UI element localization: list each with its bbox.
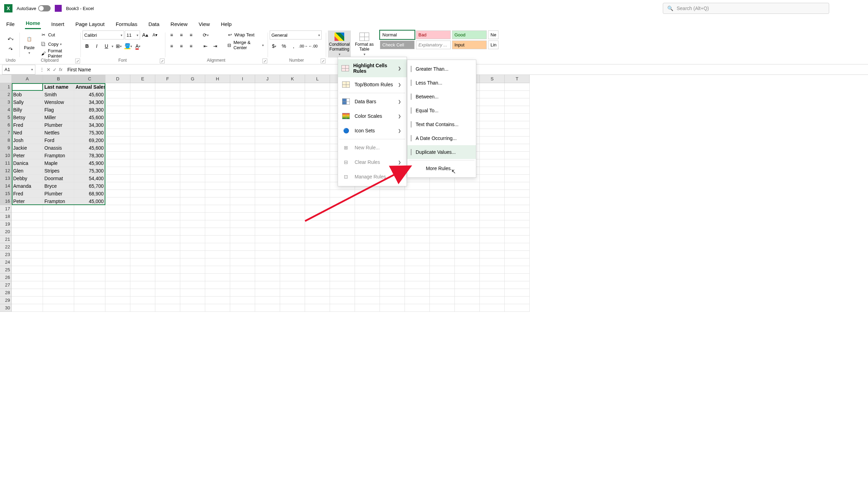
cell[interactable] <box>380 297 405 304</box>
cell[interactable] <box>155 251 180 258</box>
style-bad[interactable]: Bad <box>416 30 451 39</box>
col-header[interactable]: C <box>74 75 105 83</box>
cell[interactable] <box>230 114 255 121</box>
cell[interactable] <box>105 236 130 243</box>
cell[interactable] <box>280 228 305 236</box>
cell[interactable] <box>280 83 305 91</box>
row-header[interactable]: 2 <box>0 91 12 98</box>
cell[interactable]: 45,900 <box>74 159 105 167</box>
cell[interactable] <box>405 281 430 289</box>
cell[interactable] <box>280 121 305 129</box>
cell[interactable] <box>255 266 280 274</box>
cell[interactable] <box>480 137 505 144</box>
cell[interactable] <box>43 274 74 281</box>
cell[interactable] <box>455 205 480 213</box>
cell[interactable] <box>255 83 280 91</box>
row-header[interactable]: 10 <box>0 152 12 159</box>
cell[interactable] <box>405 236 430 243</box>
cell[interactable] <box>480 159 505 167</box>
cell[interactable] <box>430 304 455 312</box>
cell[interactable] <box>105 205 130 213</box>
cell[interactable] <box>330 228 355 236</box>
cell[interactable] <box>155 274 180 281</box>
cell[interactable] <box>280 175 305 182</box>
cell[interactable] <box>405 190 430 197</box>
cell[interactable] <box>305 83 330 91</box>
menu-highlight-cells-rules[interactable]: Highlight Cells Rules ❯ <box>338 59 407 77</box>
submenu-greater-than[interactable]: Greater Than... <box>407 62 476 76</box>
cell[interactable] <box>205 274 230 281</box>
cell[interactable] <box>74 304 105 312</box>
cell[interactable] <box>480 190 505 197</box>
cell[interactable] <box>155 144 180 152</box>
cell[interactable] <box>155 258 180 266</box>
cell[interactable]: Last name <box>43 83 74 91</box>
cell[interactable] <box>330 220 355 228</box>
cell[interactable] <box>330 236 355 243</box>
cell[interactable] <box>505 220 530 228</box>
bold-button[interactable]: B <box>83 42 92 51</box>
cell[interactable] <box>180 114 205 121</box>
cell[interactable] <box>205 251 230 258</box>
cell[interactable]: 69,200 <box>74 137 105 144</box>
cell[interactable] <box>280 258 305 266</box>
cell[interactable] <box>155 129 180 137</box>
style-input[interactable]: Input <box>452 41 487 49</box>
cell[interactable] <box>43 220 74 228</box>
cell[interactable] <box>505 289 530 297</box>
cell[interactable] <box>155 152 180 159</box>
cell[interactable] <box>205 167 230 175</box>
cell[interactable] <box>230 289 255 297</box>
cell[interactable] <box>405 228 430 236</box>
cell[interactable] <box>180 258 205 266</box>
menu-clear-rules[interactable]: ⊟Clear Rules ❯ <box>338 155 407 169</box>
wrap-text-button[interactable]: ↩Wrap Text <box>225 30 265 39</box>
cell[interactable] <box>74 289 105 297</box>
cell[interactable] <box>155 228 180 236</box>
cell[interactable] <box>405 182 430 190</box>
cell[interactable] <box>130 114 155 121</box>
cell[interactable] <box>255 213 280 220</box>
cell[interactable] <box>205 98 230 106</box>
cell[interactable] <box>505 129 530 137</box>
cell[interactable] <box>305 144 330 152</box>
decrease-font-icon[interactable]: A▾ <box>150 30 159 39</box>
cell[interactable]: Plumber <box>43 121 74 129</box>
cell[interactable] <box>455 304 480 312</box>
cell[interactable] <box>505 304 530 312</box>
cell[interactable] <box>505 144 530 152</box>
cell[interactable] <box>305 197 330 205</box>
cell[interactable] <box>12 251 43 258</box>
cell[interactable] <box>130 243 155 251</box>
cell[interactable] <box>205 228 230 236</box>
cell[interactable] <box>480 182 505 190</box>
cell[interactable] <box>380 274 405 281</box>
cell[interactable] <box>330 213 355 220</box>
cell[interactable] <box>180 167 205 175</box>
cell[interactable] <box>330 258 355 266</box>
cell[interactable] <box>280 213 305 220</box>
cell[interactable] <box>180 106 205 114</box>
cell[interactable] <box>280 98 305 106</box>
cell[interactable] <box>255 205 280 213</box>
cell[interactable] <box>74 251 105 258</box>
cell[interactable] <box>455 243 480 251</box>
cell[interactable] <box>155 83 180 91</box>
row-header[interactable]: 16 <box>0 197 12 205</box>
cell[interactable] <box>255 106 280 114</box>
cell[interactable] <box>12 243 43 251</box>
clipboard-launcher-icon[interactable]: ⤢ <box>75 59 80 63</box>
cell[interactable] <box>255 182 280 190</box>
cell[interactable] <box>355 236 380 243</box>
col-header[interactable]: S <box>480 75 505 83</box>
percent-icon[interactable]: % <box>279 42 288 51</box>
cell[interactable] <box>280 243 305 251</box>
cell[interactable] <box>180 98 205 106</box>
cell[interactable]: Bob <box>12 91 43 98</box>
style-good[interactable]: Good <box>452 30 487 39</box>
currency-icon[interactable]: $▾ <box>270 42 279 51</box>
cell[interactable] <box>330 190 355 197</box>
cell[interactable] <box>180 152 205 159</box>
cell[interactable] <box>405 220 430 228</box>
cell[interactable] <box>105 304 130 312</box>
